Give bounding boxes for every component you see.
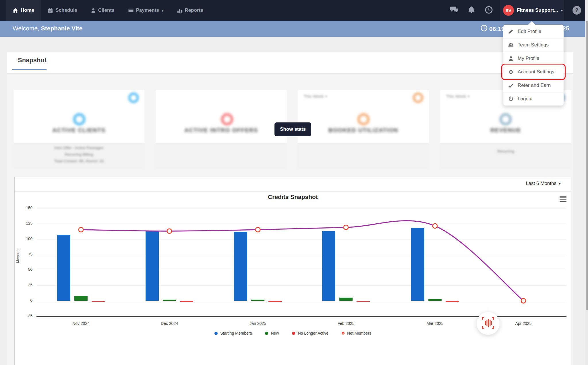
chat-icon: [450, 6, 459, 15]
menu-item-label: Refer and Earn: [518, 83, 551, 88]
nav-item-schedule[interactable]: Schedule: [41, 0, 84, 21]
period-select[interactable]: This Week: [446, 94, 470, 99]
calendar-icon: [48, 8, 53, 13]
scrollbar-track: [585, 0, 588, 365]
legend-ring-icon: [342, 332, 345, 335]
barcode-icon: [481, 316, 495, 331]
credit-card-icon: [128, 8, 134, 13]
legend-net-members[interactable]: Net Members: [342, 331, 371, 335]
menu-item-label: My Profile: [518, 56, 539, 61]
x-tick: Dec 2024: [152, 321, 187, 326]
profile-dropdown: Edit Profile Team Settings My Profile Ac…: [503, 25, 564, 106]
menu-item-team-settings[interactable]: Team Settings: [503, 38, 564, 52]
welcome-message: Welcome, Stephanie Vite: [13, 25, 82, 32]
main-nav: Home Schedule Clients Payments Reports: [6, 0, 210, 21]
scrollbar-thumb[interactable]: [586, 21, 588, 310]
chart-canvas: 1501251007550250-25Nov 2024Dec 2024Jan 2…: [15, 177, 572, 365]
legend-dot-icon: [214, 332, 218, 335]
power-icon: [508, 96, 514, 102]
menu-item-logout[interactable]: Logout: [503, 92, 564, 106]
chevron-down-icon: [468, 94, 470, 98]
messages-button[interactable]: [447, 0, 461, 21]
card-title: REVENUE: [440, 127, 571, 134]
chevron-down-icon: [326, 94, 327, 98]
top-navbar: Home Schedule Clients Payments Reports S…: [0, 0, 588, 21]
notifications-button[interactable]: [465, 0, 478, 21]
card-footer: [298, 143, 429, 169]
x-tick: Mar 2025: [418, 321, 452, 326]
home-icon: [13, 8, 18, 13]
team-icon: [508, 42, 514, 48]
bar-chart-icon: [177, 8, 182, 13]
x-tick: Feb 2025: [329, 321, 363, 326]
menu-item-label: Team Settings: [518, 42, 549, 48]
nav-item-label: Clients: [98, 7, 115, 13]
x-tick: Apr 2025: [506, 321, 541, 326]
current-time: 06:19: [481, 25, 505, 33]
x-tick: Jan 2025: [241, 321, 275, 326]
spinner-icon: [357, 113, 370, 125]
pencil-icon: [508, 29, 514, 34]
spinner-icon: [221, 113, 233, 125]
user-icon: [508, 56, 514, 61]
welcome-bar: Welcome, Stephanie Vite 06:19 2025: [0, 21, 588, 37]
clock-icon: [481, 25, 488, 33]
period-select[interactable]: This Week: [303, 94, 327, 99]
spinner-icon: [413, 93, 423, 103]
legend-label: Starting Members: [220, 331, 252, 335]
spinner-icon: [500, 113, 512, 125]
menu-item-account-settings[interactable]: Account Settings: [503, 65, 564, 79]
person-icon: [91, 8, 96, 13]
welcome-user-name: Stephanie Vite: [41, 25, 82, 32]
menu-item-edit-profile[interactable]: Edit Profile: [503, 25, 564, 38]
menu-item-refer-and-earn[interactable]: Refer and Earn: [503, 79, 564, 92]
spinner-icon: [128, 93, 139, 103]
card-footer: [156, 143, 287, 169]
nav-item-label: Reports: [185, 7, 203, 13]
bell-icon: [468, 6, 475, 15]
card-detail-line: Recurring Billing: [13, 152, 144, 157]
nav-item-home[interactable]: Home: [6, 0, 41, 21]
stat-card-active-intro-offers: ACTIVE INTRO OFFERS: [156, 90, 287, 169]
card-detail-line: Recurring: [440, 149, 571, 153]
user-menu-button[interactable]: SV Fitness Support...: [500, 0, 564, 21]
legend-dot-icon: [265, 332, 268, 335]
legend-label: No Longer Active: [298, 331, 328, 335]
menu-item-label: Logout: [518, 96, 533, 102]
menu-item-label: Edit Profile: [518, 29, 541, 34]
legend-starting-members[interactable]: Starting Members: [214, 331, 252, 335]
check-icon: [508, 83, 514, 88]
legend-label: New: [271, 331, 279, 335]
dropdown-caret: [528, 21, 535, 25]
nav-item-label: Schedule: [55, 7, 77, 13]
legend-new[interactable]: New: [265, 331, 279, 335]
tab-active-underline: [12, 69, 47, 70]
x-tick: Nov 2024: [64, 321, 98, 326]
nav-item-label: Payments: [136, 7, 159, 13]
legend-no-longer-active[interactable]: No Longer Active: [292, 331, 328, 335]
chevron-down-icon: [162, 8, 164, 13]
card-footer: Recurring: [440, 143, 571, 169]
tab-snapshot[interactable]: Snapshot: [18, 56, 47, 64]
nav-item-payments[interactable]: Payments: [121, 0, 171, 21]
nav-item-reports[interactable]: Reports: [170, 0, 210, 21]
history-button[interactable]: [482, 0, 496, 21]
clock-icon: [485, 6, 493, 15]
spinner-icon: [73, 113, 85, 125]
chevron-down-icon: [561, 8, 563, 13]
menu-item-my-profile[interactable]: My Profile: [503, 52, 564, 65]
show-stats-button[interactable]: Show stats: [274, 122, 311, 136]
stat-card-active-clients: ACTIVE CLIENTS Intro Offer - Active Pack…: [13, 90, 144, 169]
card-title: ACTIVE INTRO OFFERS: [156, 127, 287, 134]
stat-card-booked-utilization: This Week BOOKED UTILIZATION: [298, 90, 429, 169]
card-footer: Intro Offer - Active Packages Recurring …: [13, 143, 144, 169]
barcode-scanner-button[interactable]: [477, 312, 500, 335]
nav-item-clients[interactable]: Clients: [84, 0, 121, 21]
credits-snapshot-card: Last 6 Months Credits Snapshot Members 1…: [14, 177, 571, 365]
gear-icon: [508, 69, 514, 75]
legend-dot-icon: [292, 332, 295, 335]
avatar: SV: [503, 5, 514, 16]
help-button[interactable]: [572, 6, 581, 15]
card-detail-line: Total Contact: 96, Alumni: 33: [13, 159, 144, 163]
legend-label: Net Members: [347, 331, 371, 335]
